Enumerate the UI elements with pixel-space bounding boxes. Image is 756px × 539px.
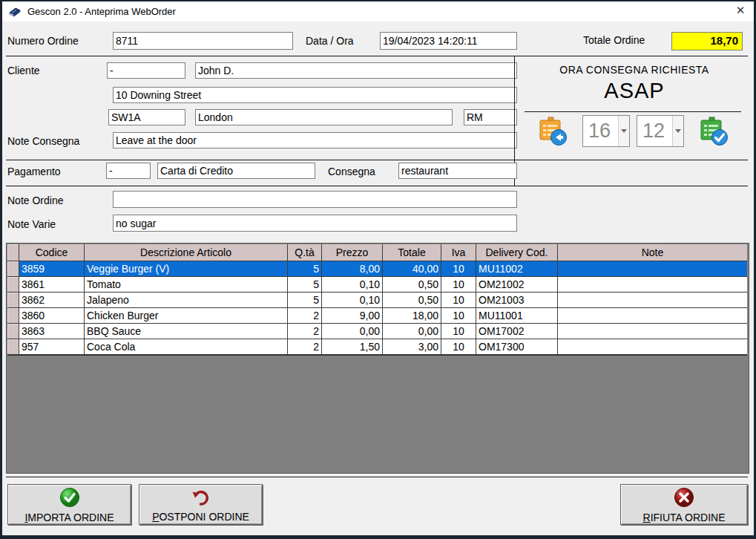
cell-prezzo[interactable]: 8,00 xyxy=(322,261,383,277)
cell-note[interactable] xyxy=(558,277,747,293)
cell-totale[interactable]: 0,50 xyxy=(383,293,441,308)
col-header-iva: Iva xyxy=(441,244,476,261)
table-row[interactable]: 3863 BBQ Sauce 2 0,00 0,00 10 OM17002 xyxy=(7,324,747,339)
cell-qta[interactable]: 5 xyxy=(288,293,322,308)
cell-totale[interactable]: 18,00 xyxy=(383,308,441,324)
row-selector[interactable] xyxy=(7,308,19,324)
row-selector[interactable] xyxy=(7,261,19,277)
numero-ordine-label: Numero Ordine xyxy=(7,35,79,47)
col-header-delivery: Delivery Cod. xyxy=(476,244,558,261)
cell-totale[interactable]: 0,00 xyxy=(383,324,441,339)
cell-totale[interactable]: 3,00 xyxy=(383,339,441,355)
separator xyxy=(6,56,748,56)
table-row[interactable]: 3860 Chicken Burger 2 9,00 18,00 10 MU11… xyxy=(7,308,747,324)
note-varie-input[interactable] xyxy=(113,215,517,232)
cell-iva[interactable]: 10 xyxy=(441,339,476,355)
order-items-grid: Codice Descrizione Articolo Q.tà Prezzo … xyxy=(7,244,747,356)
row-selector[interactable] xyxy=(7,277,19,293)
cell-descrizione[interactable]: Jalapeno xyxy=(85,293,288,308)
cliente-name-input[interactable] xyxy=(195,62,517,79)
cell-note[interactable] xyxy=(558,324,747,339)
cell-prezzo[interactable]: 9,00 xyxy=(322,308,383,324)
consegna-input[interactable] xyxy=(398,163,517,179)
data-ora-input[interactable] xyxy=(380,32,517,50)
cell-descrizione[interactable]: Chicken Burger xyxy=(85,308,288,324)
cell-descrizione[interactable]: Tomato xyxy=(85,277,288,293)
note-consegna-label: Note Consegna xyxy=(7,135,79,147)
row-selector[interactable] xyxy=(7,293,19,308)
cell-delivery[interactable]: OM21003 xyxy=(476,293,558,308)
order-items-panel: Codice Descrizione Articolo Q.tà Prezzo … xyxy=(6,243,749,474)
cell-codice[interactable]: 3863 xyxy=(19,324,85,339)
cell-codice[interactable]: 957 xyxy=(19,339,85,355)
delivery-hour-select[interactable]: 16 xyxy=(582,115,630,147)
minute-dropdown-button[interactable] xyxy=(672,116,683,146)
cell-qta[interactable]: 2 xyxy=(288,308,322,324)
cell-codice[interactable]: 3862 xyxy=(19,293,85,308)
cell-delivery[interactable]: MU11001 xyxy=(476,308,558,324)
title-bar: Gescon 2.0 - Anteprima WebOrder xyxy=(2,1,754,22)
cell-totale[interactable]: 0,50 xyxy=(383,277,441,293)
cell-note[interactable] xyxy=(558,339,747,355)
orange-schedule-back-icon[interactable] xyxy=(538,116,568,150)
cell-totale[interactable]: 40,00 xyxy=(383,261,441,277)
rifiuta-ordine-label: RIFIUTA ORDINE xyxy=(643,512,726,523)
cell-descrizione[interactable]: Veggie Burger (V) xyxy=(85,261,288,277)
postponi-ordine-button[interactable]: POSTPONI ORDINE xyxy=(139,484,263,525)
table-row[interactable]: 957 Coca Cola 2 1,50 3,00 10 OM17300 xyxy=(7,339,747,355)
window-title: Gescon 2.0 - Anteprima WebOrder xyxy=(27,6,176,17)
cell-iva[interactable]: 10 xyxy=(441,293,476,308)
cell-iva[interactable]: 10 xyxy=(441,277,476,293)
cell-delivery[interactable]: OM17300 xyxy=(476,339,558,355)
red-undo-arrow-icon xyxy=(191,488,211,509)
cell-descrizione[interactable]: Coca Cola xyxy=(85,339,288,355)
cell-descrizione[interactable]: BBQ Sauce xyxy=(85,324,288,339)
cell-qta[interactable]: 5 xyxy=(288,261,322,277)
cliente-provincia-input[interactable] xyxy=(464,109,517,125)
cliente-city-input[interactable] xyxy=(195,109,453,125)
data-ora-label: Data / Ora xyxy=(306,35,354,47)
row-selector[interactable] xyxy=(7,339,19,355)
cell-iva[interactable]: 10 xyxy=(441,261,476,277)
table-row[interactable]: 3859 Veggie Burger (V) 5 8,00 40,00 10 M… xyxy=(7,261,747,277)
note-ordine-input[interactable] xyxy=(113,191,517,208)
cliente-cap-input[interactable] xyxy=(108,109,185,125)
importa-ordine-button[interactable]: IMPORTA ORDINE xyxy=(7,484,131,525)
numero-ordine-input[interactable] xyxy=(113,32,293,50)
cell-codice[interactable]: 3861 xyxy=(19,277,85,293)
cliente-label: Cliente xyxy=(7,65,40,76)
cell-prezzo[interactable]: 0,00 xyxy=(322,324,383,339)
cell-prezzo[interactable]: 0,10 xyxy=(322,293,383,308)
cell-prezzo[interactable]: 1,50 xyxy=(322,339,383,355)
cell-iva[interactable]: 10 xyxy=(441,324,476,339)
green-schedule-confirm-icon[interactable] xyxy=(699,116,729,150)
pagamento-code-input[interactable] xyxy=(106,163,151,179)
cell-qta[interactable]: 5 xyxy=(288,277,322,293)
pagamento-method-input[interactable] xyxy=(157,163,315,179)
cell-delivery[interactable]: OM21002 xyxy=(476,277,558,293)
delivery-minute-select[interactable]: 12 xyxy=(637,115,684,147)
cell-note[interactable] xyxy=(558,261,747,277)
close-icon[interactable]: ✕ xyxy=(732,3,749,18)
rifiuta-ordine-button[interactable]: RIFIUTA ORDINE xyxy=(620,484,748,525)
row-selector[interactable] xyxy=(7,324,19,339)
table-row[interactable]: 3861 Tomato 5 0,10 0,50 10 OM21002 xyxy=(7,277,747,293)
cliente-address-input[interactable] xyxy=(113,87,517,103)
cell-iva[interactable]: 10 xyxy=(441,308,476,324)
cell-qta[interactable]: 2 xyxy=(288,339,322,355)
note-consegna-input[interactable] xyxy=(113,132,517,148)
cell-delivery[interactable]: OM17002 xyxy=(476,324,558,339)
table-row[interactable]: 3862 Jalapeno 5 0,10 0,50 10 OM21003 xyxy=(7,293,747,308)
hour-dropdown-button[interactable] xyxy=(618,116,629,146)
cell-delivery[interactable]: MU11002 xyxy=(476,261,558,277)
app-window: Gescon 2.0 - Anteprima WebOrder ✕ Numero… xyxy=(0,0,756,539)
cell-note[interactable] xyxy=(558,308,747,324)
cell-note[interactable] xyxy=(558,293,747,308)
cell-qta[interactable]: 2 xyxy=(288,324,322,339)
cell-codice[interactable]: 3859 xyxy=(19,261,85,277)
chevron-down-icon xyxy=(621,129,627,133)
cliente-code-input[interactable] xyxy=(107,62,185,79)
cell-codice[interactable]: 3860 xyxy=(19,308,85,324)
cell-prezzo[interactable]: 0,10 xyxy=(322,277,383,293)
col-header-codice: Codice xyxy=(19,244,85,261)
